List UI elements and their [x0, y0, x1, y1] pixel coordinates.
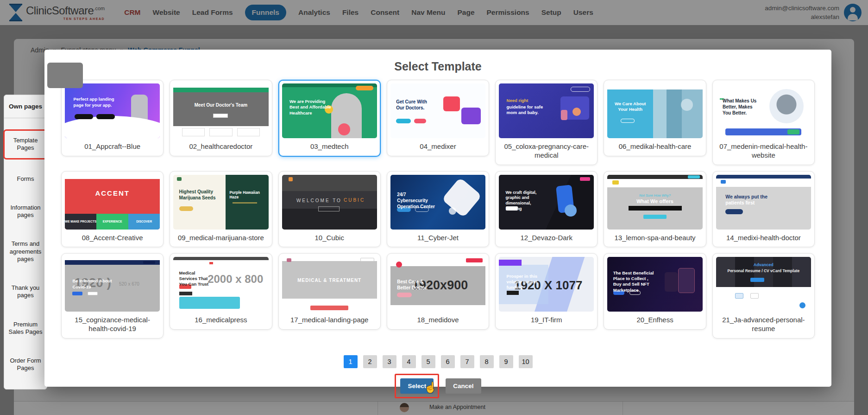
select-template-modal: Select Template Perfect app landing page…	[44, 50, 831, 387]
template-card-03-medtech[interactable]: We are Providing Best and Affordable Hea…	[278, 80, 381, 157]
template-thumbnail: We always put thepatients first	[716, 175, 811, 230]
template-thumbnail: The Best Beneficial Place to Collect , B…	[607, 257, 702, 312]
template-card-17-medical-landing-page[interactable]: MEDICAL & TREATMENT 17_medical-landing-p…	[278, 253, 381, 330]
template-name: 20_Enfhess	[607, 312, 702, 329]
dimmed-page-button	[47, 63, 83, 88]
template-name: 15_cognizance-medical-health-covid-19	[65, 312, 160, 338]
template-card-04-medixer[interactable]: Get Cure With Our Doctors. 04_medixer	[387, 80, 489, 156]
template-name: 17_medical-landing-page	[282, 312, 377, 329]
pages-sidebar: Own pages Template PagesFormsInformation…	[4, 95, 47, 389]
template-card-18-medidove[interactable]: Best Care & Better Doctor.1920x900 18_me…	[387, 253, 489, 330]
template-thumbnail: CUBICWELCOME TO	[282, 175, 377, 230]
select-button[interactable]: Select	[400, 378, 434, 394]
template-card-09-medical-marijuana-store[interactable]: Highest Quality Marijuana SeedsPurple Ha…	[170, 171, 272, 248]
modal-title: Select Template	[61, 60, 815, 73]
modal-buttons: Select ☝ Cancel	[61, 374, 815, 398]
template-thumbnail: What Makes Us Better, Makes You Better.	[716, 83, 811, 138]
template-name: 05_coloxa-pregnancy-care-medical	[499, 138, 594, 165]
page-button-8[interactable]: 8	[480, 355, 494, 368]
template-name: 11_Cyber-Jet	[390, 230, 485, 247]
template-card-16-medicalpress[interactable]: Medical Services That You Can Trust2000 …	[170, 253, 272, 330]
template-name: 04_medixer	[390, 138, 485, 156]
sidebar-item-terms-and-agreements-pages[interactable]: Terms and agreements pages	[4, 236, 47, 268]
sidebar-header-own-pages[interactable]: Own pages	[4, 95, 47, 118]
sidebar-item-order-form-pages[interactable]: Order Form Pages	[4, 352, 47, 377]
sidebar-item-template-pages[interactable]: Template Pages	[4, 130, 47, 159]
sidebar-item-premium-sales-pages[interactable]: Premium Sales Pages	[4, 316, 47, 341]
template-thumbnail: ACCENTWE MAKE PROJECTSEXPERIENCEDISCOVER	[65, 175, 160, 230]
template-name: 03_medtech	[282, 138, 377, 156]
template-thumbnail: Meet Our Doctor's Team	[173, 83, 268, 138]
template-card-20-enfhess[interactable]: The Best Beneficial Place to Collect , B…	[604, 253, 706, 330]
template-thumbnail: Prosper in this volatile market funding1…	[499, 257, 594, 312]
template-thumbnail: Get Cure With Our Doctors.	[390, 83, 485, 138]
template-name: 02_healthcaredoctor	[173, 138, 268, 156]
select-button-highlight: Select ☝	[395, 374, 439, 398]
template-name: 07_medenin-medical-health-website	[716, 138, 811, 165]
page-button-6[interactable]: 6	[441, 355, 455, 368]
page-button-4[interactable]: 4	[402, 355, 416, 368]
page-button-10[interactable]: 10	[519, 355, 533, 368]
template-card-10-cubic[interactable]: CUBICWELCOME TO 10_Cubic	[278, 171, 381, 248]
template-thumbnail: Highest Quality Marijuana SeedsPurple Ha…	[173, 175, 268, 230]
template-name: 08_Accent-Creative	[65, 230, 160, 247]
template-card-01-appcraft-blue[interactable]: Perfect app landing page for your app. 0…	[61, 80, 164, 156]
pagination: 12345678910	[61, 355, 815, 368]
sidebar-item-thank-you-pages[interactable]: Thank you pages	[4, 280, 47, 304]
template-card-05-coloxa-pregnancy-care-medical[interactable]: Need rightguideline for safe mom and bab…	[495, 80, 598, 165]
template-grid: Perfect app landing page for your app. 0…	[61, 80, 815, 338]
template-name: 10_Cubic	[282, 230, 377, 247]
template-name: 01_Appcraft--Blue	[65, 138, 160, 156]
template-thumbnail: Need rightguideline for safe mom and bab…	[499, 83, 594, 138]
template-card-12-devazo-dark[interactable]: We craft digital, graphic and dimensiona…	[495, 171, 598, 248]
template-thumbnail: We craft digital, graphic and dimensiona…	[499, 175, 594, 230]
page-button-1[interactable]: 1	[344, 355, 358, 368]
template-thumbnail: 24/7 Cybersecurity Operation Center	[390, 175, 485, 230]
template-thumbnail: Be Informed About Covid-191920 )520 x 67…	[65, 257, 160, 312]
template-card-21-ja-advanced-personal-resume[interactable]: AdvancedPersonal Resume / CV vCard Templ…	[712, 253, 815, 338]
template-thumbnail: We are Providing Best and Affordable Hea…	[282, 83, 377, 138]
page-button-3[interactable]: 3	[383, 355, 396, 368]
template-name: 13_lemon-spa-and-beauty	[607, 230, 702, 247]
sidebar-item-forms[interactable]: Forms	[4, 171, 47, 187]
sidebar-item-information-pages[interactable]: Information pages	[4, 199, 47, 224]
template-thumbnail: Best Care & Better Doctor.1920x900	[390, 257, 485, 312]
template-card-11-cyber-jet[interactable]: 24/7 Cybersecurity Operation Center 11_C…	[387, 171, 489, 248]
template-card-06-medikal-health-care[interactable]: We Care About Your Health 06_medikal-hea…	[604, 80, 706, 156]
template-thumbnail: MEDICAL & TREATMENT	[282, 257, 377, 312]
page-button-5[interactable]: 5	[421, 355, 435, 368]
template-card-14-medixi-health-doctor[interactable]: We always put thepatients first 14_medix…	[712, 171, 815, 248]
template-thumbnail: AdvancedPersonal Resume / CV vCard Templ…	[716, 257, 811, 312]
sidebar-items: Template PagesFormsInformation pagesTerm…	[4, 130, 47, 377]
template-card-02-healthcaredoctor[interactable]: Meet Our Doctor's Team 02_healthcaredoct…	[170, 80, 272, 156]
template-thumbnail: Not Sure How Why?What We offers	[607, 175, 702, 230]
template-card-13-lemon-spa-and-beauty[interactable]: Not Sure How Why?What We offers 13_lemon…	[604, 171, 706, 248]
template-name: 16_medicalpress	[173, 312, 268, 329]
page-button-7[interactable]: 7	[460, 355, 474, 368]
template-card-15-cognizance-medical-health-covid-19[interactable]: Be Informed About Covid-191920 )520 x 67…	[61, 253, 164, 338]
template-card-08-accent-creative[interactable]: ACCENTWE MAKE PROJECTSEXPERIENCEDISCOVER…	[61, 171, 164, 248]
template-thumbnail: We Care About Your Health	[607, 83, 702, 138]
template-name: 21_Ja-advanced-personal-resume	[716, 312, 811, 338]
template-thumbnail: Perfect app landing page for your app.	[65, 83, 160, 138]
template-name: 12_Devazo-Dark	[499, 230, 594, 247]
screen: ClinicSoftware.com TEN STEPS AHEAD CRMWe…	[0, 0, 868, 415]
template-card-07-medenin-medical-health-website[interactable]: What Makes Us Better, Makes You Better. …	[712, 80, 815, 165]
template-name: 09_medical-marijuana-store	[173, 230, 268, 247]
template-card-19-it-firm[interactable]: Prosper in this volatile market funding1…	[495, 253, 598, 330]
template-name: 06_medikal-health-care	[607, 138, 702, 156]
template-thumbnail: Medical Services That You Can Trust2000 …	[173, 257, 268, 312]
page-button-2[interactable]: 2	[363, 355, 377, 368]
template-name: 19_IT-firm	[499, 312, 594, 329]
template-name: 14_medixi-health-doctor	[716, 230, 811, 247]
page-button-9[interactable]: 9	[499, 355, 513, 368]
cancel-button[interactable]: Cancel	[446, 378, 481, 394]
template-name: 18_medidove	[390, 312, 485, 329]
